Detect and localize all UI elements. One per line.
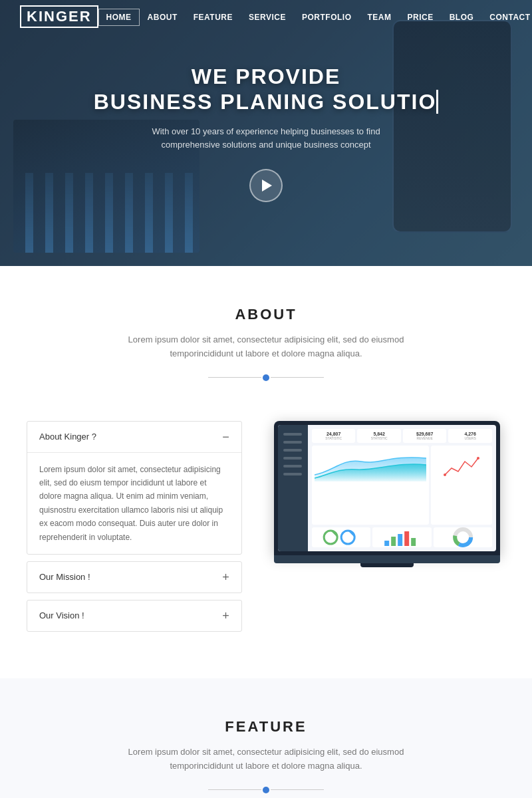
accordion-header-0[interactable]: About Kinger ? − [27,422,241,452]
svg-rect-8 [411,538,416,546]
nav-item-home[interactable]: HOME [98,11,140,23]
laptop-charts [312,446,492,525]
hero-title: WE PROVIDE BUSINESS PLANING SOLUTIO [94,64,439,115]
feature-divider [27,787,505,793]
laptop-main-content: 24,807 STATISTIC 5,842 STATISTIC $29,687… [308,425,496,551]
feature-title: FEATURE [27,718,505,735]
nav-item-feature[interactable]: FEATURE [186,11,241,23]
nav-links: HOME ABOUT FEATURE SERVICE PORTFOLIO TEA… [98,11,532,23]
laptop-chart-side [431,446,492,525]
laptop-stat-3: 4,276 USERS [448,429,492,443]
feature-divider-dot [263,787,269,793]
accordion-body-0: Lorem ipsum dolor sit amet, consectetur … [27,452,241,554]
feature-divider-line-right [271,789,324,790]
accordion-icon-2: + [222,610,229,622]
accordion-header-2[interactable]: Our Vision ! + [27,600,241,631]
svg-rect-7 [404,531,409,546]
feature-text: Lorem ipsum dolor sit amet, consectetur … [126,745,406,773]
about-laptop: 24,807 STATISTIC 5,842 STATISTIC $29,687… [269,421,505,567]
nav-item-contact[interactable]: CONTACT [481,11,532,23]
about-title: ABOUT [27,306,505,323]
laptop-stat-2: $29,687 REVENUE [403,429,447,443]
nav-item-team[interactable]: TEAM [359,11,399,23]
hero-content: WE PROVIDE BUSINESS PLANING SOLUTIO With… [94,64,439,202]
about-header: ABOUT Lorem ipsum dolor sit amet, consec… [27,306,505,381]
laptop-mockup: 24,807 STATISTIC 5,842 STATISTIC $29,687… [274,421,500,567]
nav-item-about[interactable]: ABOUT [140,11,186,23]
accordion-icon-0: − [222,431,229,443]
svg-rect-4 [384,541,389,546]
laptop-chart-main [312,446,429,525]
divider-line-right [271,377,324,378]
accordion-item-2[interactable]: Our Vision ! + [27,600,242,632]
laptop-bottom-row [312,527,492,547]
feature-divider-line-left [208,789,261,790]
brand-logo[interactable]: KINGER [20,5,98,28]
divider-dot [263,374,269,381]
accordion-item-1[interactable]: Our Mission ! + [27,561,242,593]
about-content: About Kinger ? − Lorem ipsum dolor sit a… [27,408,505,652]
navbar: KINGER HOME ABOUT FEATURE SERVICE PORTFO… [0,0,532,33]
about-text: Lorem ipsum dolor sit amet, consectetur … [126,333,406,361]
laptop-screen: 24,807 STATISTIC 5,842 STATISTIC $29,687… [274,421,500,555]
accordion-icon-1: + [222,571,229,583]
laptop-stand [360,563,414,567]
about-accordion: About Kinger ? − Lorem ipsum dolor sit a… [27,421,242,638]
hero-subtitle: With over 10 years of experience helping… [133,125,399,153]
svg-rect-6 [398,534,402,546]
about-section: ABOUT Lorem ipsum dolor sit amet, consec… [0,266,532,678]
nav-item-price[interactable]: PRICE [399,11,441,23]
laptop-stat-0: 24,807 STATISTIC [312,429,356,443]
feature-section: FEATURE Lorem ipsum dolor sit amet, cons… [0,678,532,798]
nav-item-blog[interactable]: BLOG [442,11,482,23]
svg-rect-5 [391,537,396,546]
svg-point-1 [477,457,479,460]
svg-point-0 [444,473,446,476]
laptop-stats: 24,807 STATISTIC 5,842 STATISTIC $29,687… [312,429,492,443]
laptop-screen-inner: 24,807 STATISTIC 5,842 STATISTIC $29,687… [278,425,496,551]
divider-line-left [208,377,261,378]
play-button[interactable] [249,169,283,202]
about-divider [27,374,505,381]
laptop-sidebar [278,425,308,551]
laptop-stat-1: 5,842 STATISTIC [357,429,401,443]
laptop-base [274,555,500,563]
feature-header: FEATURE Lorem ipsum dolor sit amet, cons… [27,718,505,793]
nav-item-service[interactable]: SERVICE [241,11,294,23]
accordion-item-0[interactable]: About Kinger ? − Lorem ipsum dolor sit a… [27,421,242,555]
hero-section: WE PROVIDE BUSINESS PLANING SOLUTIO With… [0,0,532,266]
accordion-header-1[interactable]: Our Mission ! + [27,562,241,593]
nav-item-portfolio[interactable]: PORTFOLIO [294,11,360,23]
